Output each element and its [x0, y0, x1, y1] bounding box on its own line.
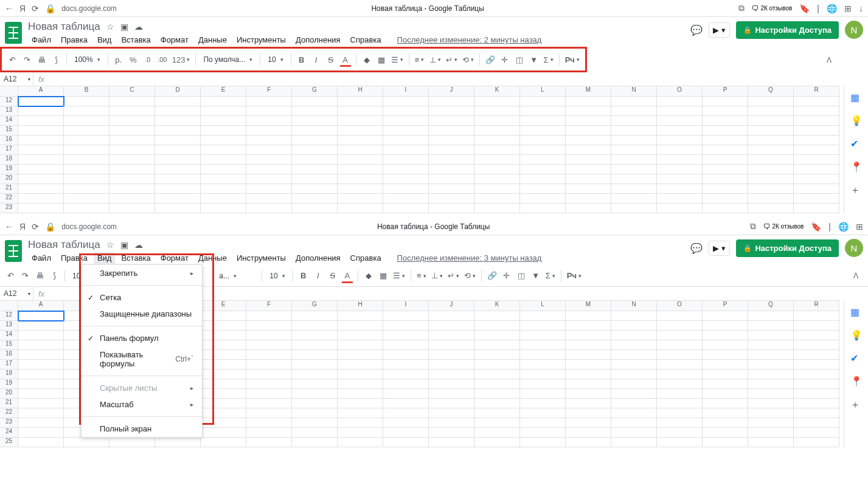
cell[interactable] [155, 194, 201, 204]
cell[interactable] [429, 136, 474, 145]
menu-data[interactable]: Данные [195, 252, 231, 264]
extensions-icon[interactable]: ⊞ [844, 4, 852, 13]
cell[interactable] [383, 389, 429, 399]
cell[interactable] [429, 408, 474, 418]
cell[interactable] [246, 136, 292, 145]
dec-decimal-button[interactable]: .0 [141, 52, 155, 67]
menu-addons[interactable]: Дополнения [292, 34, 344, 46]
cell[interactable] [748, 145, 794, 155]
redo-icon[interactable]: ↷ [18, 268, 32, 284]
cell[interactable] [474, 165, 520, 174]
document-title[interactable]: Новая таблица [28, 21, 100, 33]
cell[interactable] [748, 379, 794, 389]
cell[interactable] [657, 418, 703, 428]
comments-icon[interactable]: 💬 [690, 242, 703, 254]
cell[interactable] [338, 428, 383, 438]
cell[interactable] [703, 106, 748, 116]
column-header[interactable]: O [657, 300, 703, 311]
cell[interactable] [383, 311, 429, 321]
cell[interactable] [794, 360, 839, 369]
cell[interactable] [429, 360, 474, 369]
cell[interactable] [109, 184, 155, 194]
cell[interactable] [748, 369, 794, 379]
row-header[interactable]: 23 [0, 418, 18, 428]
cell[interactable] [155, 204, 201, 213]
cell[interactable] [429, 389, 474, 399]
cell[interactable] [292, 340, 338, 350]
cell[interactable] [18, 204, 64, 213]
cell[interactable] [246, 145, 292, 155]
column-header[interactable]: J [429, 300, 474, 311]
cell[interactable] [383, 418, 429, 428]
cell[interactable] [566, 165, 611, 174]
row-header[interactable]: 12 [0, 311, 18, 321]
cell[interactable] [18, 389, 64, 399]
cell[interactable] [18, 194, 64, 204]
cell[interactable] [338, 97, 383, 106]
filter-icon[interactable]: ▼ [527, 52, 541, 67]
cell[interactable] [611, 379, 657, 389]
column-header[interactable]: J [429, 86, 474, 97]
cell[interactable] [201, 116, 246, 126]
cell[interactable] [566, 389, 611, 399]
cell[interactable] [338, 379, 383, 389]
cell[interactable] [657, 331, 703, 340]
cell[interactable] [611, 428, 657, 438]
cell[interactable] [64, 136, 109, 145]
cell[interactable] [429, 369, 474, 379]
inc-decimal-button[interactable]: .00 [156, 52, 169, 67]
cell[interactable] [520, 408, 566, 418]
cell[interactable] [18, 106, 64, 116]
cell[interactable] [748, 438, 794, 447]
cell[interactable] [338, 126, 383, 136]
cell[interactable] [703, 145, 748, 155]
cell[interactable] [292, 331, 338, 340]
cell[interactable] [611, 340, 657, 350]
cell[interactable] [201, 136, 246, 145]
cell[interactable] [155, 136, 201, 145]
cell[interactable] [611, 438, 657, 447]
row-header[interactable]: 16 [0, 136, 18, 145]
cell[interactable] [657, 399, 703, 408]
cell[interactable] [109, 204, 155, 213]
cell[interactable] [703, 165, 748, 174]
cell[interactable] [429, 155, 474, 165]
cell[interactable] [657, 340, 703, 350]
cell[interactable] [64, 97, 109, 106]
cell[interactable] [794, 136, 839, 145]
url-text[interactable]: docs.google.com [61, 4, 117, 13]
account-avatar[interactable]: N [845, 239, 863, 257]
column-header[interactable]: H [338, 300, 383, 311]
cell[interactable] [429, 174, 474, 184]
cell[interactable] [794, 428, 839, 438]
cell[interactable] [794, 97, 839, 106]
cell[interactable] [566, 408, 611, 418]
cell[interactable] [383, 126, 429, 136]
cell[interactable] [611, 311, 657, 321]
cell[interactable] [18, 174, 64, 184]
menu-view[interactable]: Вид [94, 34, 116, 46]
cell[interactable] [794, 194, 839, 204]
row-header[interactable]: 14 [0, 116, 18, 126]
cell[interactable] [338, 165, 383, 174]
cell[interactable] [246, 350, 292, 360]
cell[interactable] [748, 350, 794, 360]
cell[interactable] [18, 399, 64, 408]
cell[interactable] [611, 97, 657, 106]
cell[interactable] [794, 126, 839, 136]
cell[interactable] [383, 340, 429, 350]
cell[interactable] [703, 194, 748, 204]
cell[interactable] [566, 97, 611, 106]
cell[interactable] [429, 340, 474, 350]
percent-button[interactable]: % [127, 52, 140, 67]
cell[interactable] [292, 184, 338, 194]
functions-dropdown[interactable]: Σ [542, 52, 555, 67]
input-tools-dropdown[interactable]: Рч [565, 268, 583, 284]
cell[interactable] [338, 360, 383, 369]
cell[interactable] [703, 184, 748, 194]
undo-icon[interactable]: ↶ [4, 268, 17, 284]
cell[interactable] [566, 136, 611, 145]
column-header[interactable]: B [64, 86, 109, 97]
cell[interactable] [703, 408, 748, 418]
cell[interactable] [474, 408, 520, 418]
